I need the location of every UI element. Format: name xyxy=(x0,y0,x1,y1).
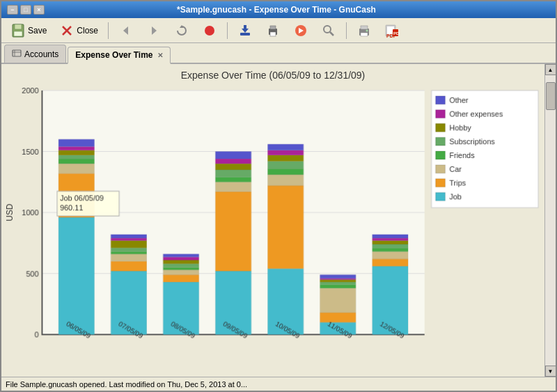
tab-accounts-label: Accounts xyxy=(24,49,58,59)
main-window: − □ × *Sample.gnucash - Expense Over Tim… xyxy=(0,0,557,392)
zoom-button[interactable] xyxy=(316,21,341,40)
separator-1 xyxy=(108,22,109,39)
save-icon xyxy=(10,23,26,38)
svg-rect-21 xyxy=(361,33,368,36)
back-icon xyxy=(118,23,134,38)
maximize-button[interactable]: □ xyxy=(20,5,31,15)
chart-title: Expense Over Time (06/05/09 to 12/31/09) xyxy=(181,70,366,81)
minimize-button[interactable]: − xyxy=(7,5,18,15)
refresh-button[interactable] xyxy=(169,21,194,40)
scroll-down-button[interactable]: ▼ xyxy=(545,366,556,377)
svg-marker-6 xyxy=(152,26,157,35)
svg-rect-9 xyxy=(240,33,250,36)
save-button[interactable]: Save xyxy=(6,21,52,40)
printer2-icon xyxy=(356,23,372,38)
close-icon xyxy=(59,23,74,38)
chart-canvas xyxy=(4,84,542,366)
pdf-button[interactable]: PDF PDF xyxy=(379,21,405,40)
refresh-icon xyxy=(174,23,189,38)
print-button[interactable] xyxy=(260,21,285,40)
download-button[interactable] xyxy=(233,21,258,40)
tab-expense-over-time[interactable]: Expense Over Time ✕ xyxy=(68,47,170,64)
print-icon xyxy=(265,23,281,38)
pdf-icon: PDF PDF xyxy=(384,23,400,38)
svg-point-17 xyxy=(324,26,331,33)
svg-line-18 xyxy=(330,32,334,36)
svg-rect-2 xyxy=(14,31,22,36)
svg-text:PDF: PDF xyxy=(393,31,400,36)
back-button[interactable] xyxy=(113,21,139,40)
scroll-up-button[interactable]: ▲ xyxy=(545,64,556,75)
tabs-bar: Accounts Expense Over Time ✕ xyxy=(1,43,556,64)
export-icon xyxy=(293,23,308,38)
status-bar: File Sample.gnucash opened. Last modifie… xyxy=(1,377,556,391)
tab-close-button[interactable]: ✕ xyxy=(157,52,163,59)
svg-rect-28 xyxy=(13,50,21,56)
download-icon xyxy=(237,23,253,38)
svg-rect-14 xyxy=(270,32,276,36)
content-area: Expense Over Time (06/05/09 to 12/31/09)… xyxy=(1,64,556,377)
forward-icon xyxy=(146,23,162,38)
status-text: File Sample.gnucash opened. Last modifie… xyxy=(6,380,247,389)
svg-marker-5 xyxy=(123,26,128,35)
tab-expense-label: Expense Over Time xyxy=(75,50,152,60)
forward-button[interactable] xyxy=(141,21,166,40)
scrollbar[interactable]: ▲ ▼ xyxy=(544,64,556,377)
zoom-icon xyxy=(321,23,336,38)
record-icon xyxy=(202,23,217,38)
svg-point-22 xyxy=(366,29,368,31)
record-button[interactable] xyxy=(197,21,222,40)
printer2-button[interactable] xyxy=(352,21,377,40)
svg-point-8 xyxy=(205,26,214,36)
separator-3 xyxy=(346,22,347,39)
separator-2 xyxy=(227,22,228,39)
toolbar: Save Close xyxy=(1,18,556,43)
svg-rect-11 xyxy=(244,25,246,31)
chart-container: Expense Over Time (06/05/09 to 12/31/09) xyxy=(1,64,544,377)
close-label: Close xyxy=(77,26,98,36)
close-window-button[interactable]: × xyxy=(33,5,45,15)
close-button[interactable]: Close xyxy=(54,21,103,40)
svg-rect-1 xyxy=(15,24,22,29)
title-bar: − □ × *Sample.gnucash - Expense Over Tim… xyxy=(1,1,556,18)
accounts-icon xyxy=(12,48,22,60)
save-label: Save xyxy=(28,26,47,36)
svg-rect-20 xyxy=(361,26,368,29)
export-button[interactable] xyxy=(288,21,313,40)
svg-rect-13 xyxy=(270,26,276,29)
tab-accounts[interactable]: Accounts xyxy=(4,45,66,63)
scrollbar-track[interactable] xyxy=(545,75,556,366)
window-title: *Sample.gnucash - Expense Over Time - Gn… xyxy=(177,5,376,15)
window-controls[interactable]: − □ × xyxy=(7,5,45,15)
scrollbar-thumb[interactable] xyxy=(546,82,556,110)
